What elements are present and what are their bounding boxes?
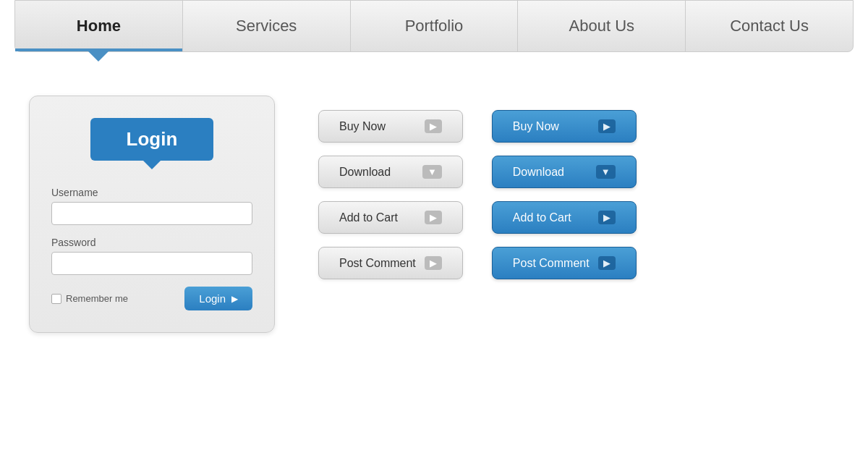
nav-home[interactable]: Home <box>15 1 183 51</box>
login-arrow-icon: ▶ <box>231 294 238 304</box>
navigation: Home Services Portfolio About Us Contact… <box>14 0 854 52</box>
add-to-cart-blue-arrow-icon: ▶ <box>598 211 616 224</box>
buy-now-gray-label: Buy Now <box>339 120 416 133</box>
download-blue-label: Download <box>513 166 587 179</box>
buy-now-blue-label: Buy Now <box>513 120 590 133</box>
blue-buttons-column: Buy Now ▶ Download ▼ Add to Cart ▶ Post … <box>492 110 637 279</box>
nav-home-label: Home <box>77 17 121 35</box>
buy-now-blue-button[interactable]: Buy Now ▶ <box>492 110 637 143</box>
download-gray-dropdown-icon: ▼ <box>422 165 442 179</box>
add-to-cart-blue-button[interactable]: Add to Cart ▶ <box>492 201 637 234</box>
remember-label: Remember me <box>66 293 128 304</box>
download-gray-label: Download <box>339 166 414 179</box>
login-button-label: Login <box>199 292 226 305</box>
nav-portfolio[interactable]: Portfolio <box>351 1 519 51</box>
username-label: Username <box>51 187 252 198</box>
add-to-cart-gray-label: Add to Cart <box>339 211 416 224</box>
nav-about[interactable]: About Us <box>518 1 686 51</box>
buy-now-blue-arrow-icon: ▶ <box>598 119 616 133</box>
gray-buttons-column: Buy Now ▶ Download ▼ Add to Cart ▶ Post … <box>318 110 463 279</box>
download-blue-button[interactable]: Download ▼ <box>492 156 637 188</box>
login-box: Login Username Password Remember me Logi… <box>29 96 275 333</box>
post-comment-blue-label: Post Comment <box>513 257 590 270</box>
download-blue-dropdown-icon: ▼ <box>596 165 616 179</box>
post-comment-blue-button[interactable]: Post Comment ▶ <box>492 247 637 279</box>
post-comment-gray-button[interactable]: Post Comment ▶ <box>318 247 463 279</box>
main-content: Login Username Password Remember me Logi… <box>0 52 868 362</box>
login-button[interactable]: Login ▶ <box>184 287 252 310</box>
buy-now-gray-arrow-icon: ▶ <box>425 119 442 133</box>
nav-about-label: About Us <box>569 17 635 35</box>
post-comment-gray-arrow-icon: ▶ <box>425 256 442 270</box>
login-header: Login <box>90 118 214 161</box>
add-to-cart-blue-label: Add to Cart <box>513 211 590 224</box>
nav-services[interactable]: Services <box>183 1 351 51</box>
nav-services-label: Services <box>236 17 297 35</box>
download-gray-button[interactable]: Download ▼ <box>318 156 463 188</box>
nav-contact[interactable]: Contact Us <box>686 1 853 51</box>
password-input[interactable] <box>51 252 252 275</box>
password-group: Password <box>51 237 252 275</box>
remember-me-group: Remember me <box>51 293 128 304</box>
post-comment-blue-arrow-icon: ▶ <box>598 256 616 270</box>
username-group: Username <box>51 187 252 225</box>
buttons-panel: Buy Now ▶ Download ▼ Add to Cart ▶ Post … <box>318 110 637 279</box>
add-to-cart-gray-arrow-icon: ▶ <box>425 211 442 224</box>
username-input[interactable] <box>51 202 252 225</box>
nav-contact-label: Contact Us <box>730 17 809 35</box>
post-comment-gray-label: Post Comment <box>339 257 416 270</box>
login-form: Username Password Remember me Login ▶ <box>51 187 252 310</box>
form-footer: Remember me Login ▶ <box>51 287 252 310</box>
nav-portfolio-label: Portfolio <box>405 17 464 35</box>
password-label: Password <box>51 237 252 248</box>
buy-now-gray-button[interactable]: Buy Now ▶ <box>318 110 463 143</box>
add-to-cart-gray-button[interactable]: Add to Cart ▶ <box>318 201 463 234</box>
remember-checkbox[interactable] <box>51 294 61 304</box>
